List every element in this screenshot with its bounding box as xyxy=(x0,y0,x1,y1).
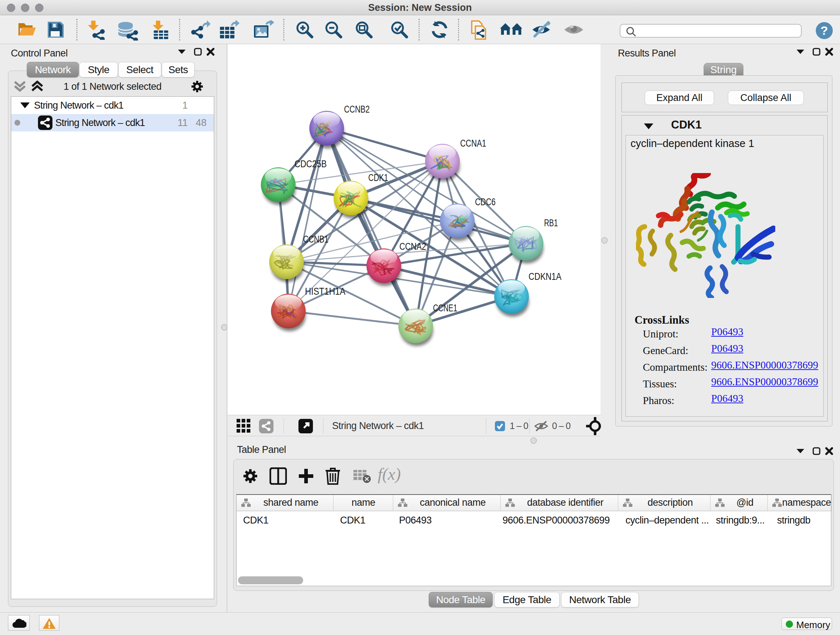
svg-text:CCNB2: CCNB2 xyxy=(344,104,370,115)
svg-text:CCNE1: CCNE1 xyxy=(433,302,457,314)
svg-text:CDKN1A: CDKN1A xyxy=(529,271,561,282)
svg-text:CDK1: CDK1 xyxy=(368,172,388,183)
svg-text:HIST1H1A: HIST1H1A xyxy=(305,286,346,297)
svg-text:CCNA2: CCNA2 xyxy=(399,241,426,252)
svg-text:CCNA1: CCNA1 xyxy=(460,138,486,149)
svg-text:RB1: RB1 xyxy=(544,218,558,228)
svg-text:CCNB1: CCNB1 xyxy=(303,234,328,245)
svg-text:CDC25B: CDC25B xyxy=(294,158,327,169)
svg-text:CDC6: CDC6 xyxy=(475,196,496,207)
